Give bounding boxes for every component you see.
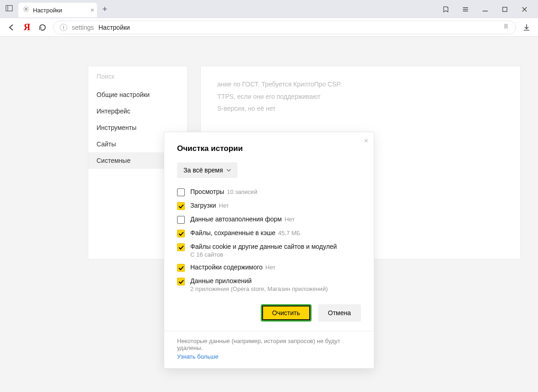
- checkbox[interactable]: [177, 243, 185, 251]
- nav-toolbar: Я settings Настройки: [0, 18, 538, 37]
- panels-icon: [5, 5, 13, 14]
- option-suffix: 10 записей: [227, 188, 258, 195]
- checkbox[interactable]: [177, 216, 185, 224]
- clear-option: Данные приложений2 приложения (Opera sto…: [177, 277, 361, 292]
- clear-option: Настройки содержимогоНет: [177, 263, 361, 272]
- option-label: Данные автозаполнения форм: [190, 215, 282, 223]
- option-label: Файлы, сохраненные в кэше: [190, 229, 275, 236]
- option-label: Файлы cookie и другие данные сайтов и мо…: [190, 243, 337, 250]
- panels-button[interactable]: [0, 5, 18, 14]
- address-path: Настройки: [98, 24, 130, 31]
- option-subline: 2 приложения (Opera store, Магазин прило…: [190, 285, 328, 292]
- close-window-button[interactable]: [521, 6, 528, 13]
- downloads-button[interactable]: [522, 22, 532, 32]
- titlebar: Настройки × +: [0, 0, 538, 18]
- tab-title: Настройки: [33, 7, 62, 14]
- option-suffix: 45,7 МБ: [278, 230, 300, 236]
- sidebar-item[interactable]: Интерфейс: [88, 103, 187, 119]
- menu-button[interactable]: [462, 6, 469, 13]
- checkbox[interactable]: [177, 230, 185, 237]
- background-text: ание по ГОСТ. Требуется КриптоПро CSP.: [217, 78, 504, 91]
- minimize-button[interactable]: [482, 6, 489, 13]
- chevron-down-icon: [226, 168, 231, 172]
- dialog-footer-text: Некоторые данные (например, история запр…: [177, 338, 340, 351]
- dialog-close-icon[interactable]: ×: [364, 137, 368, 145]
- clear-history-dialog: × Очистка истории За всё время Просмотры…: [164, 132, 374, 369]
- bookmarks-button[interactable]: [442, 6, 449, 13]
- clear-option: ЗагрузкиНет: [177, 202, 361, 210]
- address-host: settings: [72, 24, 94, 31]
- checkbox[interactable]: [177, 278, 185, 285]
- gear-icon: [23, 6, 29, 14]
- checkbox[interactable]: [177, 264, 185, 272]
- bookmark-icon[interactable]: [503, 23, 509, 32]
- background-text: ТТPS, если они его поддерживают: [217, 91, 504, 103]
- option-suffix: Нет: [265, 264, 275, 271]
- sidebar-item[interactable]: Общие настройки: [88, 86, 187, 103]
- site-favicon-icon: [60, 24, 67, 31]
- svg-rect-8: [503, 7, 507, 11]
- clear-option: Просмотры10 записей: [177, 188, 361, 196]
- svg-point-2: [25, 8, 27, 10]
- checkbox[interactable]: [177, 202, 185, 210]
- checkbox[interactable]: [177, 188, 185, 196]
- address-bar[interactable]: settings Настройки: [53, 21, 516, 34]
- tab-close-icon[interactable]: ×: [91, 7, 94, 13]
- option-label: Настройки содержимого: [190, 263, 263, 271]
- cancel-button[interactable]: Отмена: [318, 304, 361, 322]
- option-subline: С 16 сайтов: [190, 251, 337, 258]
- back-button[interactable]: [6, 22, 16, 32]
- dialog-footer: Некоторые данные (например, история запр…: [164, 331, 374, 368]
- option-suffix: Нет: [285, 216, 295, 223]
- dialog-title: Очистка истории: [177, 144, 361, 153]
- time-range-label: За всё время: [183, 166, 223, 174]
- option-suffix: Нет: [219, 202, 229, 209]
- learn-more-link[interactable]: Узнать больше: [177, 353, 218, 360]
- time-range-select[interactable]: За всё время: [177, 162, 237, 178]
- sidebar-search[interactable]: Поиск: [88, 66, 187, 86]
- reload-button[interactable]: [38, 22, 48, 32]
- clear-button[interactable]: Очистить: [261, 304, 312, 322]
- option-label: Данные приложений: [190, 277, 252, 285]
- option-label: Просмотры: [190, 188, 224, 195]
- option-label: Загрузки: [190, 202, 216, 209]
- background-text: S-версия, но её нет: [217, 102, 504, 115]
- clear-option: Файлы, сохраненные в кэше45,7 МБ: [177, 229, 361, 237]
- clear-option: Данные автозаполнения формНет: [177, 215, 361, 224]
- browser-tab[interactable]: Настройки ×: [18, 3, 97, 17]
- svg-rect-0: [6, 5, 12, 11]
- maximize-button[interactable]: [501, 6, 508, 13]
- home-button[interactable]: Я: [22, 22, 32, 32]
- yandex-logo-icon: Я: [24, 22, 30, 32]
- page-content: Поиск Общие настройкиИнтерфейсИнструмент…: [0, 37, 538, 392]
- window-controls: [442, 6, 538, 13]
- new-tab-button[interactable]: +: [97, 5, 113, 14]
- clear-option: Файлы cookie и другие данные сайтов и мо…: [177, 243, 361, 258]
